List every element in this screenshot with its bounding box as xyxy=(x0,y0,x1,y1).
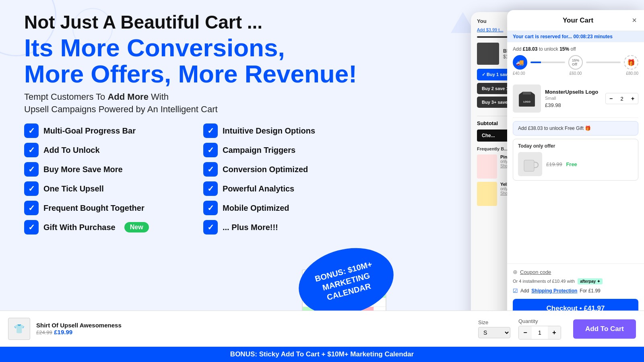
mug-svg xyxy=(520,154,540,174)
progress-amount-3: £80.00 xyxy=(626,71,638,76)
feature-item-6: Conversion Optimized xyxy=(203,162,366,177)
feature-item-1: Multi-Goal Progress Bar xyxy=(24,123,187,138)
cart-body[interactable]: LOGO MonsterUpsells Logo Small £39.98 − … xyxy=(507,80,644,263)
sticky-product-image: 👕 xyxy=(8,318,30,340)
progress-icon-shipping: 🚚 xyxy=(513,55,527,70)
shipping-add-text: Add xyxy=(520,288,529,294)
sticky-product-info: Shirt Of Upsell Awesomeness £24.99 £19.9… xyxy=(36,322,478,336)
feature-label-6: Conversion Optimized xyxy=(223,165,308,174)
cart-progress-section: Add £18.03 to unlock 15% off 🚚 15%Off 🎁 … xyxy=(507,42,644,80)
progress-line-1 xyxy=(530,62,565,63)
svg-rect-3 xyxy=(523,92,531,95)
feature-item-10: Mobile Optimized xyxy=(203,201,366,215)
cart-bg-product-img xyxy=(477,43,499,65)
check-icon-6 xyxy=(203,162,218,177)
sticky-size-label: Size xyxy=(478,319,510,325)
progress-amount-1: £40.00 xyxy=(513,71,525,76)
sticky-add-to-cart-button[interactable]: Add To Cart xyxy=(573,319,636,339)
afterpay-badge: afterpay ✦ xyxy=(578,278,603,284)
coupon-icon: ⊕ xyxy=(513,269,518,275)
cart-drawer-header: Your Cart × xyxy=(507,10,644,31)
sticky-size-select[interactable]: S M L XL xyxy=(478,327,510,338)
check-icon-5 xyxy=(24,162,39,177)
check-icon-7 xyxy=(24,181,39,196)
cart-item-info-1: MonsterUpsells Logo Small £39.98 xyxy=(545,89,601,108)
feature-item-4: Campaign Triggers xyxy=(203,143,366,157)
cart-item-image-1: LOGO xyxy=(513,84,541,113)
feature-item-12: ... Plus More!!! xyxy=(203,220,366,234)
progress-milestone-1: 🚚 xyxy=(513,55,527,70)
sticky-qty-increase[interactable]: + xyxy=(548,326,561,339)
progress-milestone-3: 🎁 xyxy=(624,55,638,70)
feature-label-3: Add To Unlock xyxy=(43,146,100,155)
sticky-qty-section: Quantity − + xyxy=(518,318,561,339)
headline-line1: Not Just A Beautiful Cart ... xyxy=(24,12,366,33)
feature-label-11: Gift With Purchase xyxy=(43,223,116,232)
check-icon-4 xyxy=(203,143,218,157)
cart-close-button[interactable]: × xyxy=(632,16,637,25)
feature-label-8: Powerful Analytics xyxy=(223,184,294,193)
check-icon-12 xyxy=(203,220,218,234)
progress-icon-gift: 🎁 xyxy=(624,55,638,70)
feature-label-7: One Tick Upsell xyxy=(43,184,104,193)
subheadline: Tempt Customers To Add More With Upsell … xyxy=(24,91,366,116)
coupon-label[interactable]: Coupon code xyxy=(520,269,551,275)
sticky-qty-input[interactable] xyxy=(532,329,548,336)
cart-item-qty-value: 2 xyxy=(616,96,627,102)
check-icon-10 xyxy=(203,201,218,215)
today-offer-box: Today only offer £19.99 Free xyxy=(513,139,638,181)
sticky-price-old: £24.99 xyxy=(36,329,52,335)
check-icon-8 xyxy=(203,181,218,196)
cart-progress-label: Add £18.03 to unlock 15% off xyxy=(513,46,638,52)
feature-item-11: Gift With Purchase New xyxy=(24,220,187,234)
cart-progress-bar-container: 🚚 15%Off 🎁 xyxy=(513,55,638,70)
cart-item-1: LOGO MonsterUpsells Logo Small £39.98 − … xyxy=(513,80,638,118)
coupon-row: ⊕ Coupon code xyxy=(513,269,638,275)
cart-bg-pink-cup-img xyxy=(477,154,497,179)
shipping-protection-link[interactable]: Shipping Protection xyxy=(531,288,577,294)
svg-text:LOGO: LOGO xyxy=(523,101,530,103)
feature-label-5: Buy More Save More xyxy=(43,165,123,174)
svg-rect-5 xyxy=(524,160,534,171)
check-icon-2 xyxy=(203,123,218,138)
sticky-size-section: Size S M L XL xyxy=(478,319,510,338)
cart-timer-value: 00:08:23 xyxy=(574,34,593,39)
progress-fill-1 xyxy=(530,62,541,63)
feature-label-2: Intuitive Design Options xyxy=(223,126,315,136)
today-offer-product: £19.99 Free xyxy=(518,152,633,176)
sticky-qty-decrease[interactable]: − xyxy=(519,326,532,339)
shipping-price: For £1.99 xyxy=(580,288,600,294)
cart-item-qty-decrease[interactable]: − xyxy=(606,93,616,104)
tshirt-svg: LOGO xyxy=(517,88,537,109)
shipping-check-icon: ☑ xyxy=(513,288,518,294)
bonus-bottom-bar: BONUS: Sticky Add To Cart + $10M+ Market… xyxy=(0,347,644,362)
features-grid: Multi-Goal Progress Bar Intuitive Design… xyxy=(24,123,366,234)
installment-row: Or 4 installments of £10.49 with afterpa… xyxy=(513,278,638,284)
shipping-row: ☑ Add Shipping Protection For £1.99 xyxy=(513,288,638,294)
left-content-area: Not Just A Beautiful Cart ... Its More C… xyxy=(24,12,366,243)
feature-item-7: One Tick Upsell xyxy=(24,181,187,196)
feature-label-4: Campaign Triggers xyxy=(223,146,295,155)
progress-line-2 xyxy=(586,62,621,63)
sticky-qty-label: Quantity xyxy=(518,318,561,324)
badge-new: New xyxy=(124,222,149,232)
cart-item-price-1: £39.98 xyxy=(545,102,601,108)
cart-item-name-1: MonsterUpsells Logo xyxy=(545,89,601,95)
cart-item-qty-adjuster[interactable]: − 2 + xyxy=(605,93,638,104)
feature-item-9: Frequent Bought Together xyxy=(24,201,187,215)
progress-amounts: £40.00 £60.00 £80.00 xyxy=(513,71,638,76)
check-icon-1 xyxy=(24,123,39,138)
feature-label-1: Multi-Goal Progress Bar xyxy=(43,126,136,136)
today-offer-free-label: Free xyxy=(566,161,577,167)
today-offer-prices: £19.99 Free xyxy=(546,161,577,167)
cart-item-variant-1: Small xyxy=(545,96,601,101)
today-offer-old-price: £19.99 xyxy=(546,161,562,167)
feature-label-10: Mobile Optimized xyxy=(223,204,289,213)
today-offer-label: Today only offer xyxy=(518,143,633,149)
feature-item-5: Buy More Save More xyxy=(24,162,187,177)
feature-item-8: Powerful Analytics xyxy=(203,181,366,196)
cart-item-qty-increase[interactable]: + xyxy=(627,93,638,104)
sticky-qty-controls[interactable]: − + xyxy=(518,326,561,339)
cart-timer-bar: Your cart is reserved for... 00:08:23 mi… xyxy=(507,31,644,42)
progress-amount-2: £60.00 xyxy=(570,71,582,76)
